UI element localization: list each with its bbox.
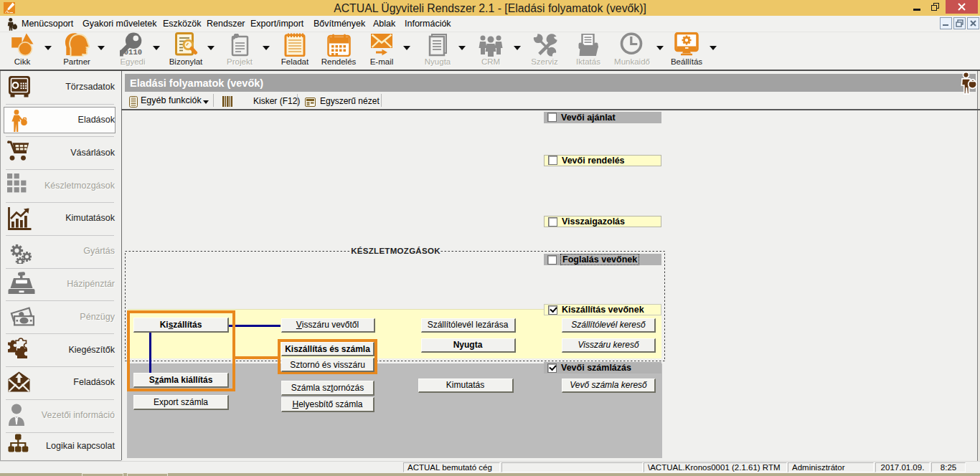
svg-text:0110: 0110 — [124, 48, 142, 57]
